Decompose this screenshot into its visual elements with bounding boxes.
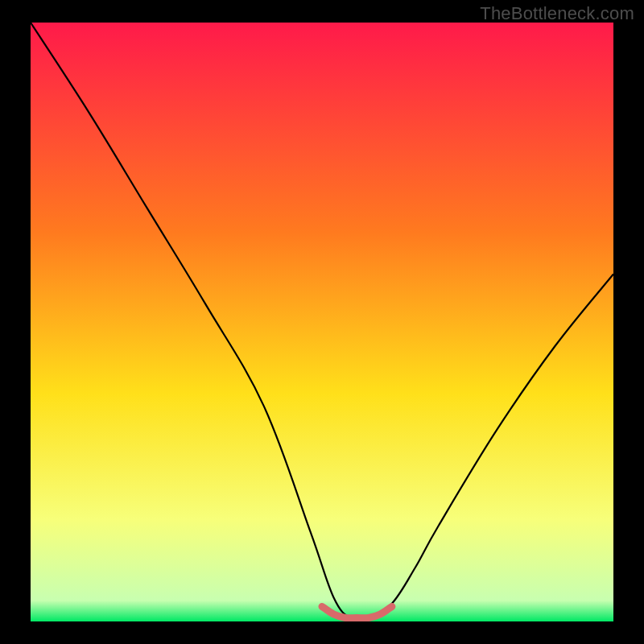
- chart-plot-area: [31, 23, 613, 621]
- watermark-text: TheBottleneck.com: [480, 3, 634, 24]
- chart-svg: [31, 23, 613, 621]
- gradient-background: [31, 23, 613, 621]
- chart-frame: TheBottleneck.com: [0, 0, 644, 644]
